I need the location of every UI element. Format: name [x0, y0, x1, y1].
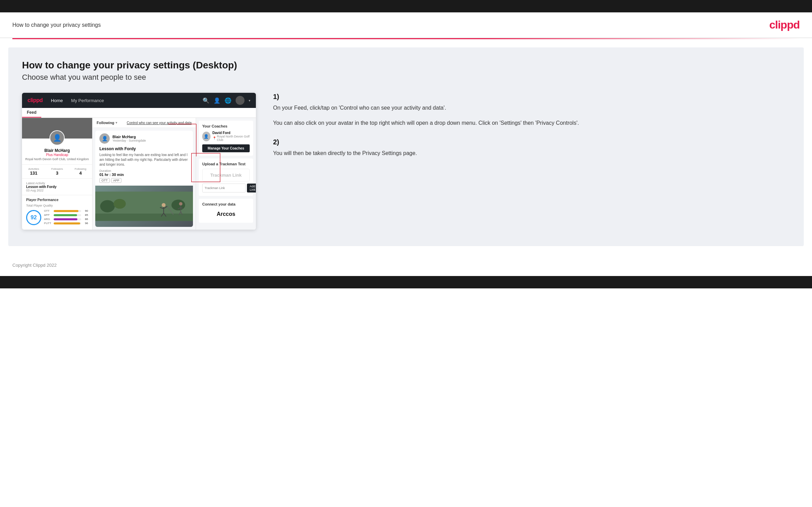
following-bar: Following ▾ Control who can see your act… [93, 118, 196, 128]
coach-avatar: 👤 [202, 132, 210, 141]
svg-point-3 [113, 199, 126, 209]
user-icon[interactable]: 👤 [214, 97, 220, 104]
performance-circle-row: 92 OTT 90 APP 85 ARG 86 PUTT 9 [26, 209, 88, 226]
bottom-bar [0, 276, 812, 288]
perf-bar-label: OTT [44, 209, 52, 212]
performance-title: Player Performance [26, 198, 88, 202]
site-footer: Copyright Clippd 2022 [0, 254, 812, 276]
profile-club: Royal North Devon Golf Club, United King… [25, 157, 89, 161]
stat-followers-label: Followers [45, 167, 69, 170]
latest-date: 03 Aug 2022 [26, 189, 88, 192]
page-title: How to change your privacy settings (Des… [22, 60, 790, 71]
add-link-button[interactable]: Add Link [247, 184, 256, 192]
content-columns: clippd Home My Performance 🔍 👤 🌐 ▾ Feed [22, 93, 790, 230]
card-user-name: Blair McHarg [112, 135, 146, 139]
profile-name: Blair McHarg [25, 148, 89, 153]
stat-activities: Activities 131 [22, 167, 45, 176]
card-user-info: Blair McHarg Yesterday · Sunningdale [112, 135, 146, 142]
search-icon[interactable]: 🔍 [203, 97, 209, 104]
stat-followers: Followers 3 [45, 167, 69, 176]
site-header: How to change your privacy settings clip… [0, 12, 812, 38]
stat-following-value: 4 [69, 170, 92, 176]
chevron-down-icon[interactable]: ▾ [249, 99, 250, 102]
stat-activities-value: 131 [22, 170, 45, 176]
avatar[interactable] [236, 96, 245, 105]
coach-name: David Ford [213, 131, 250, 135]
coach-info: David Ford 📍 Royal North Devon Golf Club [213, 131, 250, 142]
card-avatar: 👤 [99, 133, 110, 144]
app-stats: Activities 131 Followers 3 Following 4 [22, 164, 92, 179]
instruction-2: 2) You will then be taken directly to th… [273, 138, 787, 158]
app-nav-icons: 🔍 👤 🌐 ▾ [203, 96, 250, 105]
control-privacy-link[interactable]: Control who can see your activity and da… [127, 121, 192, 125]
following-button[interactable]: Following ▾ [97, 121, 117, 125]
stat-following: Following 4 [69, 167, 92, 176]
card-user-meta: Yesterday · Sunningdale [112, 139, 146, 142]
performance-quality-label: Total Player Quality [26, 204, 88, 207]
top-bar [0, 0, 812, 12]
app-tab-row: Feed [22, 108, 256, 118]
profile-banner: 👤 [22, 118, 92, 139]
connect-section: Connect your data Arccos [199, 199, 253, 223]
coach-club: 📍 Royal North Devon Golf Club [213, 135, 250, 142]
trackman-input-row: Add Link [202, 184, 250, 192]
performance-bars: OTT 90 APP 85 ARG 86 PUTT 96 [44, 209, 88, 226]
perf-bar-label: PUTT [44, 222, 52, 225]
profile-subtitle: Plus Handicap [25, 153, 89, 157]
feed-tab[interactable]: Feed [22, 108, 41, 118]
copyright-text: Copyright Clippd 2022 [12, 263, 57, 268]
trackman-placeholder: Trackman Link [202, 169, 250, 181]
app-nav-home[interactable]: Home [51, 98, 63, 103]
globe-icon[interactable]: 🌐 [225, 97, 231, 104]
stat-activities-label: Activities [22, 167, 45, 170]
perf-bar-label: APP [44, 213, 52, 217]
card-tag: OTT [99, 178, 110, 183]
coaches-title: Your Coaches [202, 124, 250, 128]
trackman-title: Upload a Trackman Test [202, 162, 250, 166]
card-tag: APP [111, 178, 121, 183]
app-main-feed: Following ▾ Control who can see your act… [93, 118, 196, 230]
stat-following-label: Following [69, 167, 92, 170]
trackman-section: Upload a Trackman Test Trackman Link Add… [199, 158, 253, 196]
coaches-section: Your Coaches 👤 David Ford 📍 Royal North … [199, 121, 253, 156]
latest-activity: Lesson with Fordy [26, 185, 88, 189]
perf-bar-value: 90 [83, 209, 88, 212]
svg-point-12 [179, 202, 183, 206]
app-navbar: clippd Home My Performance 🔍 👤 🌐 ▾ [22, 93, 256, 108]
instruction-1: 1) On your Feed, click/tap on 'Control w… [273, 93, 787, 127]
manage-coaches-button[interactable]: Manage Your Coaches [202, 144, 250, 152]
card-duration-value: 01 hr : 30 min [99, 173, 189, 177]
perf-bar-value: 96 [83, 222, 88, 225]
trackman-link-input[interactable] [202, 184, 246, 192]
player-performance: Player Performance Total Player Quality … [22, 195, 92, 229]
performance-score-circle: 92 [26, 210, 41, 225]
stat-followers-value: 3 [45, 170, 69, 176]
app-sidebar: 👤 Blair McHarg Plus Handicap Royal North… [22, 118, 93, 230]
breadcrumb-title: How to change your privacy settings [12, 22, 101, 28]
perf-bar-row: ARG 86 [44, 218, 88, 221]
perf-bar-track [54, 214, 81, 216]
main-content: How to change your privacy settings (Des… [8, 47, 804, 246]
location-icon: 📍 [213, 136, 216, 140]
card-title: Lesson with Fordy [99, 146, 189, 151]
card-image [95, 186, 193, 227]
svg-point-5 [162, 203, 165, 207]
card-duration-label: Duration [99, 169, 189, 173]
perf-bar-value: 85 [83, 213, 88, 217]
app-latest: Latest Activity Lesson with Fordy 03 Aug… [22, 179, 92, 195]
perf-bar-track [54, 222, 81, 224]
header-underline [12, 38, 800, 39]
app-right-panel: Your Coaches 👤 David Ford 📍 Royal North … [196, 118, 256, 230]
arccos-logo: Arccos [202, 209, 250, 219]
app-nav-performance[interactable]: My Performance [71, 98, 104, 103]
svg-point-2 [100, 200, 115, 212]
perf-bar-value: 86 [83, 218, 88, 221]
instruction-2-number: 2) [273, 138, 787, 146]
page-subtitle: Choose what you want people to see [22, 73, 790, 82]
instruction-2-text: You will then be taken directly to the P… [273, 149, 787, 158]
app-screenshot: clippd Home My Performance 🔍 👤 🌐 ▾ Feed [22, 93, 256, 230]
perf-bar-fill [54, 210, 78, 212]
perf-bar-row: PUTT 96 [44, 222, 88, 225]
connect-title: Connect your data [202, 202, 250, 206]
activity-card: 👤 Blair McHarg Yesterday · Sunningdale L… [95, 131, 193, 227]
